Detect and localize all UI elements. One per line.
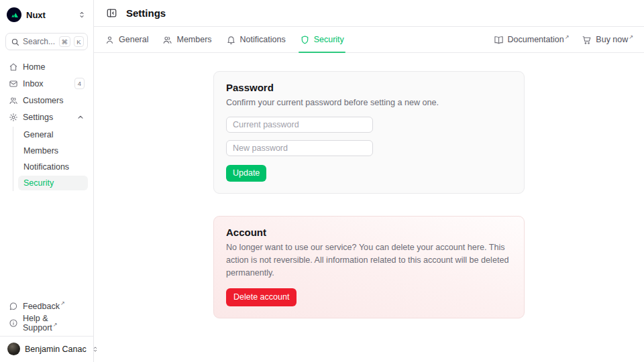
- app-root: Nuxt Search... ⌘ K Home Inbox 4 Cust: [0, 0, 644, 362]
- current-password-field[interactable]: [226, 117, 373, 133]
- kbd-k: K: [74, 36, 84, 47]
- workspace-switcher[interactable]: Nuxt: [5, 5, 88, 24]
- bell-icon: [226, 35, 236, 45]
- link-label: Buy now↗: [596, 35, 633, 44]
- account-card-title: Account: [226, 227, 512, 238]
- sidebar-item-label: Customers: [23, 96, 63, 105]
- search-icon: [11, 38, 19, 46]
- delete-account-button[interactable]: Delete account: [226, 288, 297, 306]
- chevron-up-down-icon: [77, 10, 87, 19]
- users-icon: [9, 96, 18, 105]
- info-icon: [9, 318, 18, 328]
- tab-label: Security: [314, 35, 344, 44]
- sidebar-item-members[interactable]: Members: [18, 143, 88, 158]
- external-link-icon: ↗: [629, 34, 633, 40]
- chevron-up-icon: [76, 113, 85, 121]
- tab-general[interactable]: General: [105, 27, 148, 52]
- sidebar-item-label: Help & Support↗: [23, 314, 85, 333]
- user-menu[interactable]: Benjamin Canac: [5, 337, 88, 357]
- sub-item-label: Members: [23, 146, 58, 156]
- search-placeholder: Search...: [23, 37, 56, 46]
- tab-notifications[interactable]: Notifications: [226, 27, 286, 52]
- sidebar-item-feedback[interactable]: Feedback↗: [5, 298, 88, 314]
- sidebar-item-label: Settings: [23, 113, 53, 122]
- inbox-count-badge: 4: [74, 78, 85, 88]
- main-area: Settings General Members Notifications S…: [94, 0, 644, 362]
- sidebar: Nuxt Search... ⌘ K Home Inbox 4 Cust: [0, 0, 94, 362]
- sidebar-spacer: [5, 191, 88, 298]
- sidebar-item-label: Inbox: [23, 79, 44, 88]
- tab-members[interactable]: Members: [162, 27, 211, 52]
- users-icon: [162, 35, 172, 45]
- nuxt-logo-icon: [7, 7, 21, 22]
- page-header: Settings: [94, 0, 644, 27]
- sidebar-nav: Home Inbox 4 Customers Settings General: [5, 59, 88, 191]
- tab-label: Notifications: [240, 35, 286, 44]
- shield-icon: [300, 35, 310, 45]
- page-title: Settings: [126, 7, 166, 19]
- external-link-icon: ↗: [53, 322, 58, 328]
- settings-subnav: General Members Notifications Security: [13, 127, 88, 191]
- sidebar-item-settings[interactable]: Settings: [5, 109, 88, 125]
- sub-item-label: Notifications: [23, 162, 69, 172]
- workspace-name: Nuxt: [26, 10, 72, 20]
- password-card-title: Password: [226, 82, 512, 93]
- sidebar-item-label: Home: [23, 62, 45, 72]
- password-card-description: Confirm your current password before set…: [226, 97, 512, 109]
- collapse-sidebar-button[interactable]: [105, 6, 119, 20]
- sub-item-label: General: [23, 130, 53, 139]
- external-link-icon: ↗: [60, 300, 65, 306]
- new-password-field[interactable]: [226, 140, 373, 156]
- buy-now-link[interactable]: Buy now↗: [582, 35, 633, 45]
- sidebar-item-label: Feedback↗: [23, 302, 65, 311]
- sidebar-footer-nav: Feedback↗ Help & Support↗: [5, 298, 88, 330]
- account-card-description: No longer want to use our service? You c…: [226, 241, 512, 280]
- cart-icon: [582, 35, 592, 45]
- sidebar-item-home[interactable]: Home: [5, 59, 88, 74]
- home-icon: [9, 62, 18, 72]
- sidebar-item-help-support[interactable]: Help & Support↗: [5, 315, 88, 330]
- kbd-meta: ⌘: [59, 36, 71, 47]
- page-content: Password Confirm your current password b…: [94, 53, 644, 362]
- search-input[interactable]: Search... ⌘ K: [5, 33, 88, 50]
- tab-label: General: [119, 35, 148, 44]
- user-name: Benjamin Canac: [25, 345, 87, 354]
- documentation-link[interactable]: Documentation↗: [494, 35, 570, 45]
- link-label: Documentation↗: [508, 35, 570, 44]
- book-open-icon: [494, 35, 504, 45]
- sidebar-item-inbox[interactable]: Inbox 4: [5, 76, 88, 91]
- password-card: Password Confirm your current password b…: [213, 71, 525, 194]
- account-card: Account No longer want to use our servic…: [213, 216, 525, 318]
- external-link-icon: ↗: [565, 34, 570, 40]
- panel-left-close-icon: [106, 7, 117, 19]
- tab-security[interactable]: Security: [300, 27, 344, 52]
- avatar: [7, 343, 20, 355]
- inbox-icon: [9, 79, 18, 88]
- sidebar-item-notifications[interactable]: Notifications: [18, 160, 88, 174]
- sidebar-item-customers[interactable]: Customers: [5, 93, 88, 108]
- sub-item-label: Security: [23, 178, 54, 188]
- tab-bar: General Members Notifications Security D…: [94, 27, 644, 53]
- update-password-button[interactable]: Update: [226, 165, 266, 182]
- chat-bubble-icon: [9, 302, 18, 311]
- sidebar-item-security[interactable]: Security: [18, 176, 88, 190]
- gear-icon: [9, 113, 18, 122]
- user-icon: [105, 35, 115, 45]
- tab-bar-actions: Documentation↗ Buy now↗: [494, 35, 633, 45]
- tab-label: Members: [176, 35, 211, 44]
- sidebar-item-general[interactable]: General: [18, 127, 88, 142]
